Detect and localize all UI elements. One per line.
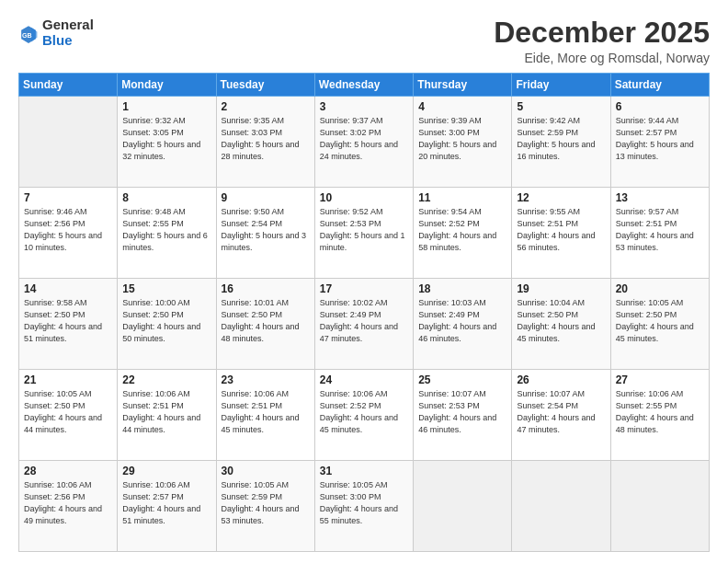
header: GB General Blue December 2025 Eide, More… xyxy=(18,17,710,65)
calendar-day-cell: 3Sunrise: 9:37 AM Sunset: 3:02 PM Daylig… xyxy=(314,97,413,188)
day-number: 18 xyxy=(418,282,506,295)
calendar-day-cell: 7Sunrise: 9:46 AM Sunset: 2:56 PM Daylig… xyxy=(19,188,118,279)
day-info: Sunrise: 9:58 AM Sunset: 2:50 PM Dayligh… xyxy=(24,297,112,345)
calendar-table: SundayMondayTuesdayWednesdayThursdayFrid… xyxy=(18,73,710,552)
calendar-week-row: 1Sunrise: 9:32 AM Sunset: 3:05 PM Daylig… xyxy=(19,97,710,188)
day-number: 20 xyxy=(616,282,704,295)
calendar-day-cell xyxy=(19,97,118,188)
calendar-day-cell: 30Sunrise: 10:05 AM Sunset: 2:59 PM Dayl… xyxy=(216,461,314,552)
day-number: 24 xyxy=(320,373,408,386)
weekday-header: Wednesday xyxy=(314,74,413,97)
calendar-day-cell: 23Sunrise: 10:06 AM Sunset: 2:51 PM Dayl… xyxy=(216,370,314,461)
day-number: 19 xyxy=(517,282,605,295)
day-info: Sunrise: 9:48 AM Sunset: 2:55 PM Dayligh… xyxy=(122,206,210,254)
day-number: 2 xyxy=(222,100,310,113)
day-info: Sunrise: 9:37 AM Sunset: 3:02 PM Dayligh… xyxy=(320,115,408,163)
calendar-day-cell: 14Sunrise: 9:58 AM Sunset: 2:50 PM Dayli… xyxy=(19,279,118,370)
day-number: 5 xyxy=(517,100,605,113)
calendar-day-cell xyxy=(512,461,610,552)
logo: GB General Blue xyxy=(18,17,94,49)
day-number: 23 xyxy=(222,373,310,386)
day-number: 30 xyxy=(222,465,310,477)
weekday-header: Thursday xyxy=(414,74,512,97)
weekday-header: Friday xyxy=(512,74,610,97)
calendar-week-row: 7Sunrise: 9:46 AM Sunset: 2:56 PM Daylig… xyxy=(19,188,710,279)
calendar-day-cell: 31Sunrise: 10:05 AM Sunset: 3:00 PM Dayl… xyxy=(314,461,413,552)
day-number: 11 xyxy=(418,191,506,204)
day-info: Sunrise: 10:06 AM Sunset: 2:51 PM Daylig… xyxy=(122,388,210,436)
day-number: 7 xyxy=(24,191,112,204)
day-number: 16 xyxy=(222,282,310,295)
day-info: Sunrise: 10:07 AM Sunset: 2:53 PM Daylig… xyxy=(418,388,506,436)
day-number: 21 xyxy=(24,373,112,386)
day-info: Sunrise: 10:05 AM Sunset: 2:50 PM Daylig… xyxy=(616,297,704,345)
day-number: 8 xyxy=(122,191,210,204)
day-info: Sunrise: 10:05 AM Sunset: 2:59 PM Daylig… xyxy=(222,479,310,527)
day-number: 15 xyxy=(122,282,210,295)
calendar-week-row: 14Sunrise: 9:58 AM Sunset: 2:50 PM Dayli… xyxy=(19,279,710,370)
day-number: 3 xyxy=(320,100,408,113)
day-info: Sunrise: 9:54 AM Sunset: 2:52 PM Dayligh… xyxy=(418,206,506,254)
weekday-header: Saturday xyxy=(610,74,709,97)
logo-icon: GB xyxy=(18,23,39,43)
logo-general: General xyxy=(42,17,94,32)
day-number: 6 xyxy=(616,100,704,113)
day-number: 29 xyxy=(122,465,210,477)
page: GB General Blue December 2025 Eide, More… xyxy=(0,0,728,563)
calendar-day-cell: 25Sunrise: 10:07 AM Sunset: 2:53 PM Dayl… xyxy=(414,370,512,461)
day-number: 1 xyxy=(122,100,210,113)
day-info: Sunrise: 10:03 AM Sunset: 2:49 PM Daylig… xyxy=(418,297,506,345)
calendar-day-cell: 8Sunrise: 9:48 AM Sunset: 2:55 PM Daylig… xyxy=(118,188,216,279)
day-number: 31 xyxy=(320,465,408,477)
calendar-header-row: SundayMondayTuesdayWednesdayThursdayFrid… xyxy=(19,74,710,97)
day-info: Sunrise: 10:05 AM Sunset: 3:00 PM Daylig… xyxy=(320,479,408,527)
day-number: 26 xyxy=(517,373,605,386)
day-number: 27 xyxy=(616,373,704,386)
calendar-day-cell: 6Sunrise: 9:44 AM Sunset: 2:57 PM Daylig… xyxy=(610,97,709,188)
day-info: Sunrise: 9:44 AM Sunset: 2:57 PM Dayligh… xyxy=(616,115,704,163)
calendar-day-cell xyxy=(414,461,512,552)
calendar-day-cell: 1Sunrise: 9:32 AM Sunset: 3:05 PM Daylig… xyxy=(118,97,216,188)
calendar-day-cell: 29Sunrise: 10:06 AM Sunset: 2:57 PM Dayl… xyxy=(118,461,216,552)
day-info: Sunrise: 10:00 AM Sunset: 2:50 PM Daylig… xyxy=(122,297,210,345)
calendar-day-cell: 16Sunrise: 10:01 AM Sunset: 2:50 PM Dayl… xyxy=(216,279,314,370)
day-number: 9 xyxy=(222,191,310,204)
calendar-day-cell xyxy=(610,461,709,552)
day-number: 17 xyxy=(320,282,408,295)
day-number: 25 xyxy=(418,373,506,386)
day-info: Sunrise: 10:06 AM Sunset: 2:51 PM Daylig… xyxy=(222,388,310,436)
calendar-day-cell: 5Sunrise: 9:42 AM Sunset: 2:59 PM Daylig… xyxy=(512,97,610,188)
calendar-day-cell: 28Sunrise: 10:06 AM Sunset: 2:56 PM Dayl… xyxy=(19,461,118,552)
calendar-day-cell: 4Sunrise: 9:39 AM Sunset: 3:00 PM Daylig… xyxy=(414,97,512,188)
location-title: Eide, More og Romsdal, Norway xyxy=(494,51,710,65)
day-info: Sunrise: 9:42 AM Sunset: 2:59 PM Dayligh… xyxy=(517,115,605,163)
calendar-day-cell: 27Sunrise: 10:06 AM Sunset: 2:55 PM Dayl… xyxy=(610,370,709,461)
day-info: Sunrise: 10:06 AM Sunset: 2:55 PM Daylig… xyxy=(616,388,704,436)
logo-blue: Blue xyxy=(42,32,73,48)
calendar-day-cell: 26Sunrise: 10:07 AM Sunset: 2:54 PM Dayl… xyxy=(512,370,610,461)
day-info: Sunrise: 10:06 AM Sunset: 2:52 PM Daylig… xyxy=(320,388,408,436)
calendar-day-cell: 24Sunrise: 10:06 AM Sunset: 2:52 PM Dayl… xyxy=(314,370,413,461)
day-info: Sunrise: 9:32 AM Sunset: 3:05 PM Dayligh… xyxy=(122,115,210,163)
day-info: Sunrise: 9:46 AM Sunset: 2:56 PM Dayligh… xyxy=(24,206,112,254)
day-number: 22 xyxy=(122,373,210,386)
calendar-day-cell: 13Sunrise: 9:57 AM Sunset: 2:51 PM Dayli… xyxy=(610,188,709,279)
calendar-week-row: 21Sunrise: 10:05 AM Sunset: 2:50 PM Dayl… xyxy=(19,370,710,461)
calendar-day-cell: 18Sunrise: 10:03 AM Sunset: 2:49 PM Dayl… xyxy=(414,279,512,370)
calendar-day-cell: 17Sunrise: 10:02 AM Sunset: 2:49 PM Dayl… xyxy=(314,279,413,370)
weekday-header: Tuesday xyxy=(216,74,314,97)
day-info: Sunrise: 9:50 AM Sunset: 2:54 PM Dayligh… xyxy=(222,206,310,254)
day-info: Sunrise: 10:06 AM Sunset: 2:56 PM Daylig… xyxy=(24,479,112,527)
day-info: Sunrise: 9:35 AM Sunset: 3:03 PM Dayligh… xyxy=(222,115,310,163)
calendar-week-row: 28Sunrise: 10:06 AM Sunset: 2:56 PM Dayl… xyxy=(19,461,710,552)
calendar-day-cell: 2Sunrise: 9:35 AM Sunset: 3:03 PM Daylig… xyxy=(216,97,314,188)
day-number: 14 xyxy=(24,282,112,295)
calendar-day-cell: 21Sunrise: 10:05 AM Sunset: 2:50 PM Dayl… xyxy=(19,370,118,461)
logo-text: General Blue xyxy=(42,17,94,49)
day-info: Sunrise: 10:01 AM Sunset: 2:50 PM Daylig… xyxy=(222,297,310,345)
day-number: 12 xyxy=(517,191,605,204)
day-info: Sunrise: 9:52 AM Sunset: 2:53 PM Dayligh… xyxy=(320,206,408,254)
day-info: Sunrise: 10:04 AM Sunset: 2:50 PM Daylig… xyxy=(517,297,605,345)
calendar-day-cell: 19Sunrise: 10:04 AM Sunset: 2:50 PM Dayl… xyxy=(512,279,610,370)
day-info: Sunrise: 9:39 AM Sunset: 3:00 PM Dayligh… xyxy=(418,115,506,163)
